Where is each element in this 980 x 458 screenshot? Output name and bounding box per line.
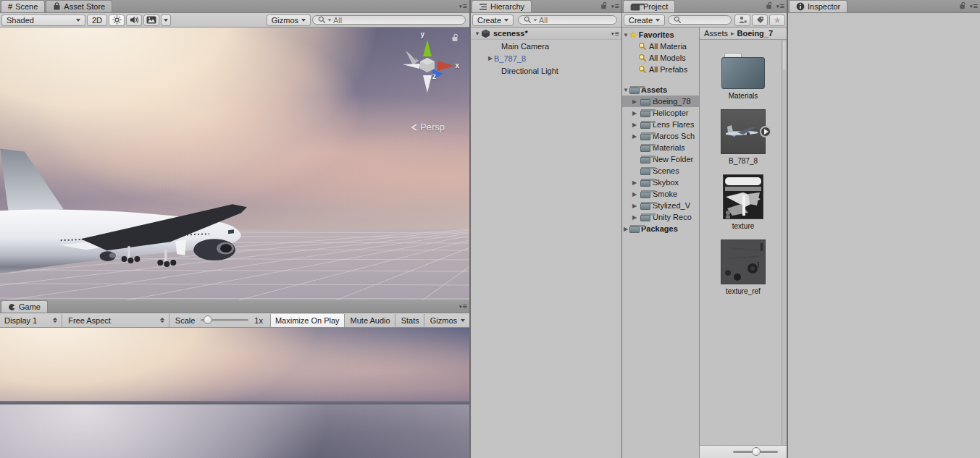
- tab-project[interactable]: Project: [623, 0, 675, 12]
- toggle-2d-button[interactable]: 2D: [87, 14, 107, 26]
- search-by-label-button[interactable]: [752, 14, 768, 26]
- mute-audio-button[interactable]: Mute Audio: [346, 314, 395, 327]
- foldout-closed-icon[interactable]: ▶: [631, 179, 638, 186]
- folder-icon: [640, 213, 650, 221]
- scene-effects-dropdown[interactable]: [161, 14, 171, 26]
- saved-searches-button[interactable]: ★: [769, 14, 785, 26]
- inspector-panel-menu-icon[interactable]: ▾≡: [970, 2, 977, 10]
- play-preview-icon[interactable]: [760, 126, 771, 137]
- tree-item-skybox[interactable]: ▶ Skybox: [622, 177, 699, 188]
- shading-mode-dropdown[interactable]: Shaded: [1, 14, 85, 26]
- tree-item-stylized-v[interactable]: ▶ Stylized_V: [622, 200, 699, 211]
- tree-label: Stylized_V: [653, 201, 690, 210]
- aspect-ratio-dropdown[interactable]: Free Aspect: [64, 314, 169, 327]
- foldout-closed-icon[interactable]: ▶: [631, 214, 638, 221]
- search-by-type-button[interactable]: [734, 14, 750, 26]
- tree-item-helicopter[interactable]: ▶ Helicopter: [622, 107, 699, 119]
- tree-item-unity-reco[interactable]: ▶ Unity Reco: [622, 211, 699, 223]
- hierarchy-create-dropdown[interactable]: Create: [472, 14, 514, 26]
- tree-root-assets[interactable]: ▼ Assets: [622, 84, 699, 96]
- search-filter-dropdown-icon[interactable]: [534, 19, 537, 21]
- project-search-input[interactable]: [668, 15, 732, 25]
- breadcrumb-current[interactable]: Boeing_7: [737, 29, 774, 38]
- scene-header-row[interactable]: ▼ sceness* ▾≡: [471, 27, 621, 40]
- foldout-closed-icon[interactable]: ▶: [622, 226, 629, 232]
- hierarchy-item-directional-light[interactable]: Directional Light: [471, 64, 621, 77]
- tree-item-lens-flares[interactable]: ▶ Lens Flares: [622, 119, 699, 130]
- tab-inspector[interactable]: Inspector: [789, 0, 847, 12]
- axis-x-label[interactable]: x: [455, 62, 459, 69]
- game-gizmos-dropdown[interactable]: Gizmos: [426, 314, 469, 327]
- scale-slider-knob[interactable]: [204, 315, 212, 324]
- lock-icon[interactable]: [959, 1, 966, 10]
- lock-icon[interactable]: [451, 33, 459, 43]
- scrollbar-thumb[interactable]: [783, 41, 786, 69]
- game-viewport[interactable]: [0, 328, 469, 458]
- project-create-dropdown[interactable]: Create: [624, 14, 665, 26]
- tree-root-packages[interactable]: ▶ Packages: [622, 223, 699, 234]
- hierarchy-panel-menu-icon[interactable]: ▾≡: [611, 2, 619, 10]
- project-tabstrip: Project ▾≡: [622, 0, 787, 13]
- projection-mode-button[interactable]: Persp: [411, 122, 445, 132]
- foldout-closed-icon[interactable]: ▶: [631, 133, 638, 140]
- scene-search-input[interactable]: All: [312, 15, 466, 25]
- foldout-closed-icon[interactable]: ▶: [631, 191, 638, 198]
- search-filter-dropdown-icon[interactable]: [328, 19, 332, 21]
- hierarchy-search-input[interactable]: All: [518, 15, 617, 25]
- tab-scene[interactable]: # Scene: [1, 0, 45, 12]
- lock-icon[interactable]: [766, 1, 773, 10]
- foldout-closed-icon[interactable]: ▶: [631, 122, 638, 128]
- asset-materials-folder[interactable]: Materials: [721, 53, 765, 100]
- thumbnail-size-slider[interactable]: [733, 451, 778, 453]
- vertical-scrollbar[interactable]: [782, 40, 787, 445]
- tree-item-smoke[interactable]: ▶ Smoke: [622, 188, 699, 200]
- tree-item-all-models[interactable]: All Models: [622, 52, 699, 64]
- display-target-dropdown[interactable]: Display 1: [0, 314, 62, 327]
- foldout-closed-icon[interactable]: ▶: [631, 98, 638, 105]
- breadcrumb-separator-icon: ▸: [731, 30, 734, 37]
- tree-item-boeing-78[interactable]: ▶ Boeing_78: [622, 96, 699, 107]
- tree-item-all-prefabs[interactable]: All Prefabs: [622, 64, 699, 75]
- asset-texture-ref[interactable]: texture_ref: [721, 239, 766, 295]
- tab-game[interactable]: Game: [1, 300, 48, 313]
- game-panel-menu-icon[interactable]: ▾≡: [459, 302, 466, 310]
- tree-item-marcos-sch[interactable]: ▶ Marcos Sch: [622, 130, 699, 142]
- breadcrumb-root[interactable]: Assets: [704, 29, 728, 38]
- tab-hierarchy[interactable]: Hierarchy: [472, 0, 532, 12]
- folder-icon: [640, 98, 650, 106]
- project-panel-menu-icon[interactable]: ▾≡: [776, 2, 784, 10]
- asset-texture[interactable]: texture: [723, 174, 763, 230]
- scale-slider[interactable]: [201, 319, 248, 321]
- hierarchy-item-b-787-8[interactable]: ▶ B_787_8: [471, 52, 621, 64]
- scene-lighting-button[interactable]: [109, 14, 125, 26]
- scene-audio-button[interactable]: [126, 14, 142, 26]
- lock-icon[interactable]: [600, 1, 608, 10]
- search-icon: [318, 16, 326, 24]
- stats-button[interactable]: Stats: [397, 314, 424, 327]
- tree-item-new-folder[interactable]: New Folder: [622, 153, 699, 165]
- tab-asset-store[interactable]: Asset Store: [46, 0, 112, 12]
- asset-b-787-8-model[interactable]: B_787_8: [721, 109, 766, 165]
- scene-row-menu-icon[interactable]: ▾≡: [611, 30, 619, 38]
- tree-item-all-materials[interactable]: All Materia: [622, 41, 699, 52]
- foldout-open-icon[interactable]: ▼: [622, 87, 629, 93]
- foldout-closed-icon[interactable]: ▶: [487, 55, 494, 62]
- foldout-open-icon[interactable]: ▼: [622, 32, 629, 38]
- tree-item-scenes[interactable]: Scenes: [622, 165, 699, 177]
- hierarchy-item-main-camera[interactable]: Main Camera: [471, 40, 621, 52]
- foldout-open-icon[interactable]: ▼: [474, 30, 481, 37]
- tree-item-materials[interactable]: Materials: [622, 142, 699, 153]
- axis-y-label[interactable]: y: [420, 30, 424, 38]
- scene-panel-menu-icon[interactable]: ▾≡: [459, 2, 466, 10]
- axis-z-label[interactable]: z: [432, 72, 436, 80]
- mute-audio-label: Mute Audio: [351, 316, 390, 325]
- foldout-closed-icon[interactable]: ▶: [631, 203, 638, 209]
- foldout-closed-icon[interactable]: ▶: [631, 110, 638, 116]
- search-icon: [524, 16, 532, 24]
- maximize-on-play-button[interactable]: Maximize On Play: [270, 314, 345, 327]
- scene-effects-button[interactable]: [143, 14, 159, 26]
- scene-viewport[interactable]: y x z Persp: [0, 27, 469, 300]
- scene-gizmos-dropdown[interactable]: Gizmos: [267, 14, 311, 26]
- tree-root-favorites[interactable]: ▼ ★ Favorites: [622, 29, 699, 41]
- thumbnail-size-knob[interactable]: [752, 447, 761, 456]
